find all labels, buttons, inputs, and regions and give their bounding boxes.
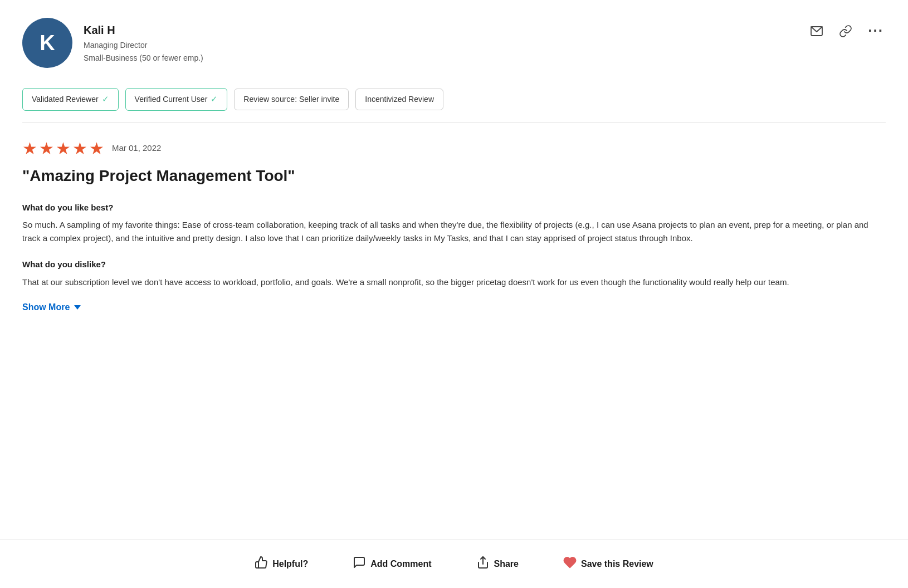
review-title: "Amazing Project Management Tool" (22, 166, 886, 186)
review-section-likes: What do you like best? So much. A sampli… (22, 202, 886, 246)
validated-check-icon: ✓ (102, 93, 109, 106)
show-more-label: Show More (22, 302, 70, 312)
review-question-dislikes: What do you dislike? (22, 258, 886, 271)
more-options-icon: ··· (868, 22, 883, 40)
share-label: Share (494, 559, 519, 569)
badge-validated-reviewer: Validated Reviewer ✓ (22, 88, 119, 111)
helpful-button[interactable]: Helpful? (255, 551, 308, 577)
star-3: ★ (56, 140, 71, 157)
rating-row: ★ ★ ★ ★ ★ Mar 01, 2022 (22, 140, 886, 157)
avatar: K (22, 18, 72, 68)
user-company: Small-Business (50 or fewer emp.) (84, 52, 203, 64)
review-question-likes: What do you like best? (22, 202, 886, 214)
review-body: ★ ★ ★ ★ ★ Mar 01, 2022 "Amazing Project … (0, 122, 908, 540)
star-4: ★ (72, 140, 87, 157)
thumbs-up-icon (255, 556, 268, 572)
share-icon (476, 556, 490, 572)
link-icon (839, 24, 852, 38)
header-actions: ··· (808, 18, 886, 42)
badges-row: Validated Reviewer ✓ Verified Current Us… (0, 79, 908, 122)
badge-incentivized: Incentivized Review (355, 89, 443, 110)
heart-icon (563, 556, 577, 572)
show-more-button[interactable]: Show More (22, 302, 81, 312)
badge-verified-label: Verified Current User (135, 94, 208, 105)
star-5: ★ (89, 140, 104, 157)
chevron-down-icon (74, 305, 81, 310)
review-answer-likes: So much. A sampling of my favorite thing… (22, 218, 886, 245)
star-2: ★ (39, 140, 54, 157)
badge-review-source: Review source: Seller invite (234, 89, 349, 110)
user-details: Kali H Managing Director Small-Business … (84, 22, 203, 64)
share-button[interactable]: Share (476, 551, 519, 577)
badge-incentivized-label: Incentivized Review (365, 94, 434, 105)
badge-verified-user: Verified Current User ✓ (125, 88, 228, 111)
more-options-button[interactable]: ··· (866, 20, 886, 42)
add-comment-label: Add Comment (370, 559, 431, 569)
header: K Kali H Managing Director Small-Busines… (0, 0, 908, 79)
email-icon (810, 24, 823, 38)
user-info: K Kali H Managing Director Small-Busines… (22, 18, 203, 68)
review-section-dislikes: What do you dislike? That at our subscri… (22, 258, 886, 289)
user-name: Kali H (84, 22, 203, 38)
add-comment-button[interactable]: Add Comment (353, 551, 431, 577)
footer: Helpful? Add Comment Share (0, 540, 908, 588)
helpful-label: Helpful? (272, 559, 308, 569)
email-button[interactable] (808, 22, 826, 40)
badge-validated-label: Validated Reviewer (32, 94, 99, 105)
comment-icon (353, 556, 366, 572)
review-answer-dislikes: That at our subscription level we don't … (22, 276, 886, 289)
review-date: Mar 01, 2022 (112, 142, 161, 155)
copy-link-button[interactable] (837, 22, 855, 40)
review-card: K Kali H Managing Director Small-Busines… (0, 0, 908, 588)
verified-check-icon: ✓ (211, 93, 218, 106)
star-1: ★ (22, 140, 37, 157)
save-review-label: Save this Review (581, 559, 653, 569)
user-role: Managing Director (84, 40, 203, 51)
save-review-button[interactable]: Save this Review (563, 551, 653, 577)
badge-source-label: Review source: Seller invite (243, 94, 339, 105)
star-rating: ★ ★ ★ ★ ★ (22, 140, 104, 157)
